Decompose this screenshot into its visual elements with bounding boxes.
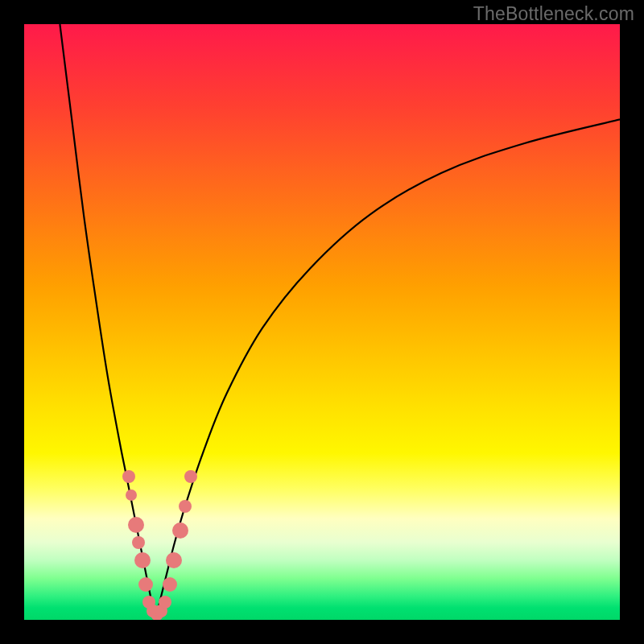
plot-area <box>24 24 620 620</box>
data-point-marker <box>163 577 177 592</box>
data-point-marker <box>159 596 171 609</box>
data-point-marker <box>184 470 197 483</box>
data-point-marker <box>126 489 137 501</box>
data-point-marker <box>132 536 145 549</box>
data-point-marker <box>128 517 144 533</box>
chart-frame: TheBottleneck.com <box>0 0 644 644</box>
data-point-marker <box>172 522 188 539</box>
data-point-marker <box>122 470 135 483</box>
bottleneck-curve <box>24 24 620 620</box>
data-point-marker <box>166 552 182 568</box>
data-point-marker <box>179 500 192 513</box>
data-point-marker <box>134 552 151 568</box>
data-point-marker <box>138 577 153 592</box>
watermark-text: TheBottleneck.com <box>473 3 634 25</box>
